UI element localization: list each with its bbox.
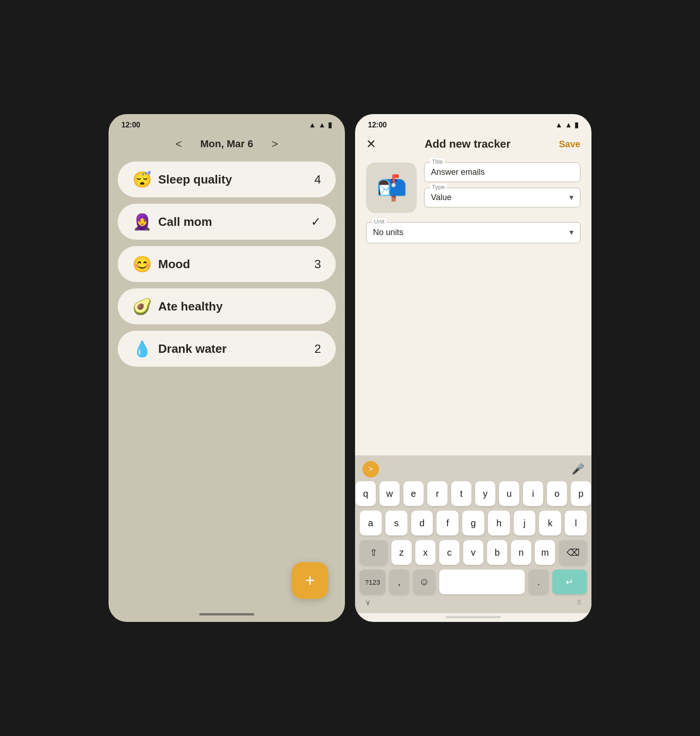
wifi-icon-right: ▲ (555, 121, 562, 129)
status-bar-right: 12:00 ▲ ▲ ▮ (355, 114, 591, 133)
key-o[interactable]: o (547, 481, 567, 506)
title-field-value[interactable]: Answer emails (431, 167, 574, 177)
key-a[interactable]: a (360, 511, 382, 535)
key-x[interactable]: x (415, 540, 436, 565)
unit-field-value: No units (373, 228, 403, 237)
key-g[interactable]: g (462, 511, 484, 535)
key-u[interactable]: u (499, 481, 519, 506)
right-phone: 12:00 ▲ ▲ ▮ ✕ Add new tracker Save 📬 (351, 110, 595, 626)
unit-field-label: Unit (372, 218, 386, 225)
tracker-item-call-mom[interactable]: 🧕 Call mom ✓ (118, 204, 336, 240)
next-date-button[interactable]: > (271, 138, 278, 150)
type-chevron-icon: ▾ (569, 192, 574, 202)
key-b[interactable]: b (487, 540, 507, 565)
keyboard-row-2: a s d f g h j k l (360, 511, 587, 535)
form-area: 📬 Title Answer emails Type Value ▾ (355, 158, 591, 455)
tracker-name-call-mom: Call mom (158, 215, 212, 229)
comma-key[interactable]: , (389, 569, 409, 594)
tracker-list: 😴 Sleep quality 4 🧕 Call mom ✓ (118, 161, 336, 367)
prev-date-button[interactable]: < (176, 138, 182, 150)
wifi-icon: ▲ (309, 121, 316, 129)
key-k[interactable]: k (539, 511, 561, 535)
key-f[interactable]: f (436, 511, 459, 535)
tracker-value-drank-water: 2 (315, 342, 321, 356)
tracker-emoji-mood: 😊 (132, 256, 152, 272)
keyboard-expand-button[interactable]: > (362, 461, 379, 477)
key-z[interactable]: z (391, 540, 412, 565)
title-field-label: Title (430, 158, 445, 165)
key-r[interactable]: r (427, 481, 448, 506)
key-y[interactable]: y (475, 481, 495, 506)
tracker-item-ate-healthy[interactable]: 🥑 Ate healthy (118, 288, 336, 324)
keyboard-dots-button[interactable]: ⠿ (577, 599, 581, 606)
tracker-name-ate-healthy: Ate healthy (158, 299, 223, 314)
tracker-item-drank-water[interactable]: 💧 Drank water 2 (118, 331, 336, 367)
period-key[interactable]: . (528, 569, 549, 594)
unit-chevron-icon: ▾ (569, 227, 574, 237)
key-j[interactable]: j (514, 511, 536, 535)
keyboard-row-1: q w e r t y u i o p (360, 481, 587, 506)
title-field-group[interactable]: Title Answer emails (424, 162, 580, 182)
tracker-item-sleep-quality[interactable]: 😴 Sleep quality 4 (118, 161, 336, 197)
home-indicator-left (199, 613, 254, 615)
toolbar-title: Add new tracker (425, 138, 511, 150)
key-n[interactable]: n (511, 540, 531, 565)
type-select[interactable]: Value ▾ (431, 192, 574, 202)
unit-field-group[interactable]: Unit No units ▾ (366, 222, 580, 243)
key-t[interactable]: t (451, 481, 471, 506)
key-m[interactable]: m (535, 540, 555, 565)
key-d[interactable]: d (411, 511, 433, 535)
tracker-name-sleep: Sleep quality (158, 172, 232, 187)
save-button[interactable]: Save (559, 139, 580, 150)
key-i[interactable]: i (523, 481, 543, 506)
key-w[interactable]: w (379, 481, 400, 506)
time-left: 12:00 (121, 121, 140, 129)
space-key[interactable] (439, 569, 525, 594)
battery-icon-right: ▮ (574, 121, 579, 129)
status-icons-right: ▲ ▲ ▮ (555, 121, 579, 129)
keyboard-row-4: ?123 , ☺ . ↵ (360, 569, 587, 594)
battery-icon: ▮ (328, 121, 332, 129)
backspace-key[interactable]: ⌫ (559, 540, 587, 565)
type-field-group[interactable]: Type Value ▾ (424, 188, 580, 207)
status-bar-left: 12:00 ▲ ▲ ▮ (109, 114, 345, 133)
numbers-key[interactable]: ?123 (360, 569, 385, 594)
return-key[interactable]: ↵ (552, 569, 587, 594)
fields-column: Title Answer emails Type Value ▾ (424, 162, 580, 213)
emoji-picker-button[interactable]: 📬 (366, 162, 417, 213)
key-s[interactable]: s (385, 511, 407, 535)
keyboard-row-3: ⇧ z x c v b n m ⌫ (360, 540, 587, 565)
emoji-key[interactable]: ☺ (413, 569, 436, 594)
add-tracker-fab[interactable]: + (292, 562, 328, 599)
keyboard-rows: q w e r t y u i o p a s d f g (358, 481, 589, 594)
status-icons-left: ▲ ▲ ▮ (309, 121, 332, 129)
keyboard-top-row: > 🎤 (358, 459, 589, 481)
shift-key[interactable]: ⇧ (360, 540, 388, 565)
key-e[interactable]: e (403, 481, 424, 506)
key-p[interactable]: p (571, 481, 591, 506)
type-field-value: Value (431, 192, 452, 202)
tracker-value-call-mom: ✓ (311, 215, 321, 229)
tracker-value-mood: 3 (315, 257, 321, 271)
left-phone: 12:00 ▲ ▲ ▮ < Mon, Mar 6 > 😴 Sleep quali… (105, 110, 349, 626)
time-right: 12:00 (368, 121, 387, 129)
tracker-emoji-ate-healthy: 🥑 (132, 299, 152, 314)
signal-icon-right: ▲ (565, 121, 572, 129)
key-v[interactable]: v (463, 540, 483, 565)
signal-icon: ▲ (318, 121, 326, 129)
date-label: Mon, Mar 6 (201, 138, 253, 150)
key-c[interactable]: c (439, 540, 459, 565)
key-l[interactable]: l (565, 511, 587, 535)
key-q[interactable]: q (356, 481, 376, 506)
tracker-item-mood[interactable]: 😊 Mood 3 (118, 246, 336, 282)
close-button[interactable]: ✕ (366, 138, 376, 150)
date-nav: < Mon, Mar 6 > (109, 133, 345, 161)
keyboard-collapse-button[interactable]: ∨ (365, 598, 371, 607)
tracker-emoji-call-mom: 🧕 (132, 214, 152, 230)
unit-select[interactable]: No units ▾ (373, 227, 574, 237)
tracker-value-sleep: 4 (315, 172, 321, 187)
keyboard-mic-button[interactable]: 🎤 (572, 463, 584, 475)
tracker-emoji-picker: 📬 (376, 173, 407, 202)
key-h[interactable]: h (488, 511, 510, 535)
keyboard: > 🎤 q w e r t y u i o p (355, 455, 591, 613)
